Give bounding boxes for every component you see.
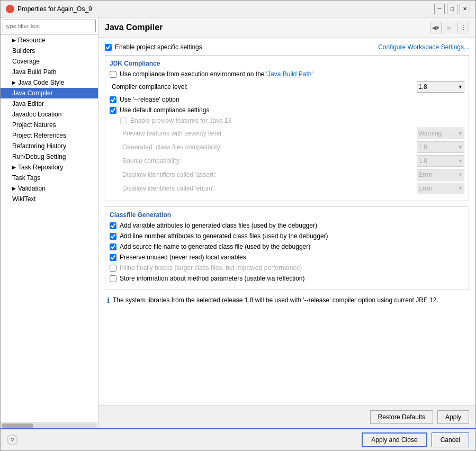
main-content: ▶ Resource Builders Coverage Java Build … (1, 17, 475, 428)
info-message: The system libraries from the selected r… (113, 295, 438, 305)
chevron-down-icon: ▼ (458, 145, 463, 150)
sidebar-item-task-tags[interactable]: Task Tags (1, 173, 98, 183)
enable-project-specific-label: Enable project specific settings (115, 43, 202, 51)
info-icon: ℹ (107, 296, 110, 304)
title-bar-left: Properties for Again_Os_9 (6, 5, 92, 13)
configure-workspace-link[interactable]: Configure Workspace Settings... (378, 43, 469, 51)
back-button[interactable]: ◀▾ (430, 22, 442, 33)
preview-severity-row: Preview features with severity level: Wa… (120, 128, 464, 139)
classfile-checkbox-0[interactable] (110, 222, 116, 229)
sidebar-item-coverage[interactable]: Coverage (1, 56, 98, 67)
classfile-section-title: Classfile Generation (110, 211, 464, 219)
apply-button[interactable]: Apply (437, 410, 469, 424)
disallow-enum-label: Disallow identifiers called 'enum': (120, 185, 417, 192)
classfile-item-0: Add variable attributes to generated cla… (110, 222, 464, 229)
sidebar-item-run-debug-setting[interactable]: Run/Debug Setting (1, 151, 98, 162)
sidebar-item-task-repository[interactable]: ▶ Task Repository (1, 162, 98, 173)
sidebar-item-label: Java Compiler (12, 89, 53, 97)
sidebar-item-label: Project Natures (12, 121, 56, 129)
sidebar-item-wikitext[interactable]: WikiText (1, 194, 98, 204)
sidebar-item-label: Run/Debug Setting (12, 153, 66, 160)
sidebar-item-label: WikiText (12, 195, 36, 203)
apply-close-button[interactable]: Apply and Close (362, 432, 427, 447)
classfile-item-5: Store information about method parameter… (110, 275, 464, 282)
enable-preview-label: Enable preview features for Java 13 (130, 117, 231, 124)
sidebar-item-resource[interactable]: ▶ Resource (1, 35, 98, 46)
minimize-button[interactable]: ─ (434, 4, 445, 14)
classfile-item-2: Add source file name to generated class … (110, 243, 464, 250)
enable-checkbox-row: Enable project specific settings (105, 43, 378, 51)
maximize-button[interactable]: □ (447, 4, 457, 14)
sidebar-item-validation[interactable]: ▶ Validation (1, 183, 98, 194)
use-compliance-checkbox[interactable] (110, 71, 116, 78)
generated-class-dropdown[interactable]: 1.8 ▼ (417, 141, 464, 153)
disallow-enum-dropdown[interactable]: Error ▼ (417, 183, 464, 194)
close-button[interactable]: ✕ (460, 4, 470, 14)
use-default-compliance-row: Use default compliance settings (110, 106, 464, 114)
preview-severity-dropdown[interactable]: Warning ▼ (417, 128, 464, 139)
sidebar-item-java-code-style[interactable]: ▶ Java Code Style (1, 77, 98, 88)
compliance-level-dropdown[interactable]: 1.8 ▼ (417, 81, 464, 93)
classfile-checkbox-2[interactable] (110, 243, 116, 250)
disallow-enum-value: Error (418, 185, 433, 192)
cancel-button[interactable]: Cancel (432, 432, 469, 447)
expand-arrow: ▶ (12, 80, 16, 85)
sidebar-item-javadoc-location[interactable]: Javadoc Location (1, 109, 98, 120)
sidebar-item-java-build-path[interactable]: Java Build Path (1, 67, 98, 77)
search-input[interactable] (3, 20, 96, 32)
jdk-compliance-section: JDK Compliance Use compliance from execu… (105, 55, 469, 201)
classfile-checkbox-1[interactable] (110, 233, 116, 240)
help-button[interactable]: ? (7, 435, 17, 445)
disallow-assert-value: Error (418, 171, 433, 178)
sidebar-item-java-compiler[interactable]: Java Compiler (1, 88, 98, 98)
sidebar-item-label: Validation (18, 185, 46, 192)
disallow-enum-row: Disallow identifiers called 'enum': Erro… (120, 183, 464, 194)
use-release-label: Use '--release' option (120, 96, 179, 103)
expand-arrow: ▶ (12, 165, 16, 170)
more-options-button[interactable]: ⋮ (457, 22, 469, 33)
sidebar-item-project-references[interactable]: Project References (1, 130, 98, 141)
generated-class-value: 1.8 (418, 143, 427, 151)
disallow-assert-dropdown[interactable]: Error ▼ (417, 169, 464, 181)
sidebar-item-java-editor[interactable]: Java Editor (1, 98, 98, 109)
title-bar-controls: ─ □ ✕ (434, 4, 470, 14)
use-compliance-row: Use compliance from execution environmen… (110, 70, 464, 78)
sidebar-scrollbar[interactable] (1, 422, 98, 428)
scrollbar-track (2, 423, 97, 428)
filter-box (1, 17, 98, 35)
java-build-path-link[interactable]: 'Java Build Path' (266, 70, 313, 78)
classfile-checkbox-5[interactable] (110, 275, 116, 282)
window-title: Properties for Again_Os_9 (17, 5, 92, 13)
classfile-label-0: Add variable attributes to generated cla… (120, 222, 317, 229)
source-compat-label: Source compatibility: (120, 157, 417, 165)
classfile-label-1: Add line number attributes to generated … (120, 232, 328, 240)
default-compliance-options: Enable preview features for Java 13 Prev… (120, 117, 464, 194)
chevron-down-icon: ▼ (458, 131, 463, 136)
forward-button[interactable]: ▶ (444, 22, 455, 33)
footer-left: ? (7, 435, 17, 445)
sidebar-item-project-natures[interactable]: Project Natures (1, 120, 98, 130)
source-compat-dropdown[interactable]: 1.8 ▼ (417, 155, 464, 167)
enable-preview-checkbox[interactable] (120, 118, 127, 124)
right-panel: Java Compiler ◀▾ ▶ ⋮ Enable project spec… (98, 17, 475, 428)
enable-project-specific-checkbox[interactable] (105, 44, 112, 51)
use-default-compliance-checkbox[interactable] (110, 107, 116, 114)
disallow-assert-label: Disallow identifiers called 'assert': (120, 171, 417, 178)
sidebar-item-refactoring-history[interactable]: Refactoring History (1, 141, 98, 151)
generated-class-row: Generated .class files compatibility: 1.… (120, 141, 464, 153)
use-release-checkbox[interactable] (110, 96, 116, 103)
sidebar-item-builders[interactable]: Builders (1, 46, 98, 56)
classfile-checkbox-3[interactable] (110, 254, 116, 261)
preview-severity-value: Warning (418, 130, 442, 137)
sidebar-item-label: Resource (18, 37, 45, 44)
compliance-level-value: 1.8 (418, 83, 427, 91)
classfile-item-4: Inline finally blocks (larger class file… (110, 264, 464, 272)
disallow-assert-row: Disallow identifiers called 'assert': Er… (120, 169, 464, 181)
chevron-down-icon: ▼ (458, 84, 463, 89)
sidebar-item-label: Task Tags (12, 174, 40, 182)
sidebar: ▶ Resource Builders Coverage Java Build … (1, 17, 98, 428)
classfile-checkbox-4[interactable] (110, 265, 116, 272)
restore-defaults-button[interactable]: Restore Defaults (370, 410, 433, 424)
sidebar-item-label: Refactoring History (12, 142, 66, 150)
properties-window: Properties for Again_Os_9 ─ □ ✕ ▶ Resour… (0, 0, 476, 451)
